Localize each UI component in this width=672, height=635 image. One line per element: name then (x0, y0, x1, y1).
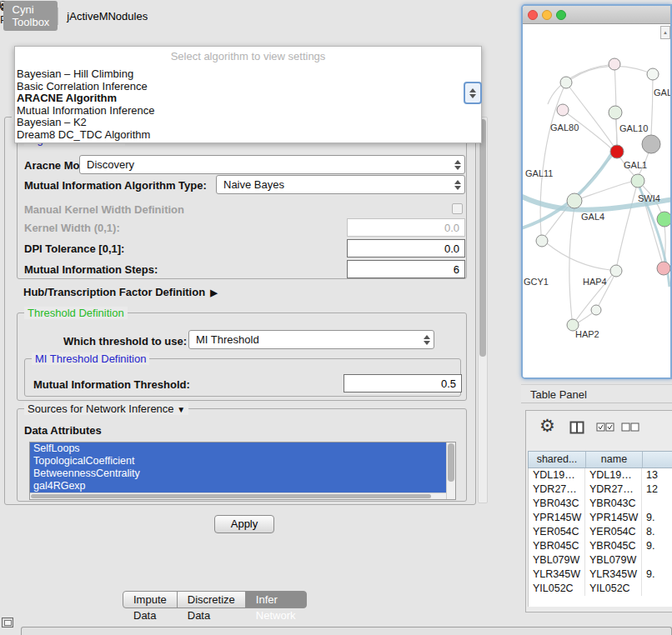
table-row[interactable]: YDL19…YDL19…13 (529, 468, 672, 482)
aracne-mode-select[interactable]: Discovery (79, 155, 465, 174)
apply-button[interactable]: Apply (214, 515, 274, 533)
algorithm-option[interactable]: Bayesian – K2 (15, 117, 481, 129)
bottom-tab-discretize-data[interactable]: Discretize Data (177, 591, 246, 608)
mac-close-button[interactable] (528, 10, 538, 20)
graph-edge[interactable] (547, 243, 610, 270)
table-row[interactable]: YPR145WYPR145W9. (529, 511, 672, 525)
expand-right-icon[interactable]: ▶ (210, 288, 217, 298)
cyni-algorithm-settings-group: Cyni Algorithm Settings Algorithm Defini… (4, 117, 476, 505)
algorithm-combobox[interactable] (1, 2, 3, 3)
table-row[interactable]: YBR043CYBR043C (529, 497, 672, 511)
network-graph: GAL80GAL10GAL11GAL1SWI4GAL4GCY1HAP4HAP2G… (523, 24, 670, 378)
attr-list-vscrollbar[interactable] (446, 442, 455, 499)
table-row[interactable]: YBL079WYBL079W (529, 553, 672, 568)
kernel-width-field[interactable] (347, 218, 465, 237)
graph-edge[interactable] (577, 313, 592, 323)
mi-threshold-group: MI Threshold Definition Mutual Informati… (24, 358, 461, 397)
columns-icon[interactable] (569, 420, 584, 438)
algorithm-option[interactable]: Bayesian – Hill Climbing (15, 68, 481, 81)
graph-node[interactable] (591, 305, 601, 315)
table-cell: YBL079W (529, 553, 585, 568)
threshold-definition-group: Threshold Definition Which threshold to … (17, 312, 467, 401)
graph-node[interactable] (657, 262, 670, 275)
table-row[interactable]: YBR045CYBR045C9. (529, 539, 672, 553)
bottom-tab-infer-network[interactable]: Infer Network (245, 591, 307, 608)
bottom-tab-impute-data[interactable]: Impute Data (123, 591, 178, 608)
mi-threshold-field[interactable] (344, 374, 462, 392)
attribute-item-selected[interactable]: gal4RGexp (30, 480, 446, 492)
tab-jactivemnodules[interactable]: jActiveMNodules (58, 8, 156, 25)
table-toolbar: ⚙ (526, 411, 672, 449)
column-header[interactable]: name (585, 452, 642, 468)
node-label: GCY1 (524, 277, 549, 287)
node-label: GAL4 (581, 212, 604, 222)
graph-edge[interactable] (617, 188, 636, 265)
table-row[interactable]: YDR27…YDR27…12 (529, 482, 672, 497)
select-all-checks-icon[interactable] (596, 422, 614, 435)
attr-items: SelfLoopsTopologicalCoefficientBetweenne… (30, 442, 455, 492)
graph-edge[interactable] (569, 208, 574, 319)
table-cell: YBL079W (585, 553, 642, 568)
graph-node[interactable] (610, 265, 622, 277)
manual-kernel-width-checkbox[interactable] (452, 203, 463, 214)
settings-scrollbar-thumb[interactable] (479, 119, 486, 357)
mac-minimize-button[interactable] (542, 10, 552, 20)
algorithm-option[interactable]: ARACNE Algorithm (15, 92, 481, 105)
column-header[interactable]: shared... (529, 452, 585, 468)
column-header[interactable] (642, 452, 672, 468)
algorithm-option[interactable]: Basic Correlation Inference (15, 81, 481, 93)
table-panel-title: Table Panel (530, 388, 587, 401)
algorithm-option[interactable]: Dream8 DC_TDC Algorithm (15, 129, 481, 142)
combo-arrows-icon (452, 178, 463, 192)
table-body: YDL19…YDL19…13YDR27…YDR27…12YBR043CYBR04… (528, 468, 672, 607)
graph-node[interactable] (609, 58, 620, 70)
graph-node[interactable] (567, 193, 582, 208)
graph-node[interactable] (536, 235, 548, 247)
graph-node[interactable] (557, 104, 569, 116)
table-cell (642, 582, 672, 596)
node-label: GAL1 (624, 160, 647, 170)
graph-node[interactable] (642, 135, 660, 153)
collapse-down-icon[interactable]: ▼ (177, 405, 185, 414)
algorithm-option[interactable]: Mutual Information Inference (15, 105, 481, 118)
which-threshold-select[interactable]: MI Threshold (188, 330, 434, 349)
bottom-panel-edge (21, 627, 672, 635)
restore-panel-icon[interactable] (2, 618, 13, 628)
sources-group: Sources for Network Inference ▼ Data Att… (17, 408, 467, 502)
graph-edge[interactable] (548, 64, 614, 104)
mac-zoom-button[interactable] (556, 10, 566, 20)
table-row[interactable]: YLR345WYLR345W9. (529, 568, 672, 582)
graph-edge[interactable] (566, 82, 614, 148)
gear-icon[interactable]: ⚙ (539, 416, 555, 436)
cyni-toolbox-panel: Cyni Algorithm Settings Algorithm Defini… (0, 1, 2, 2)
network-canvas[interactable]: GAL80GAL10GAL11GAL1SWI4GAL4GCY1HAP4HAP2G… (523, 24, 670, 378)
dpi-tolerance-field[interactable] (347, 239, 465, 258)
attribute-item-selected[interactable]: BetweennessCentrality (30, 468, 446, 480)
node-label: GAL80 (550, 122, 579, 132)
attr-list-hscrollbar[interactable] (30, 492, 446, 499)
algorithm-combobox-arrow-button[interactable] (464, 82, 482, 104)
graph-node[interactable] (610, 145, 624, 158)
mi-steps-field[interactable] (347, 260, 465, 278)
graph-node[interactable] (631, 174, 644, 188)
graph-node[interactable] (657, 212, 670, 227)
graph-node[interactable] (560, 77, 572, 88)
network-window-titlebar[interactable] (523, 6, 670, 24)
deselect-all-boxes-icon[interactable] (621, 422, 639, 435)
sources-group-title[interactable]: Sources for Network Inference ▼ (24, 402, 188, 415)
attribute-item-selected[interactable]: SelfLoops (30, 442, 446, 455)
graph-edge[interactable] (651, 74, 653, 136)
table-row[interactable]: YIL052CYIL052C (529, 582, 672, 596)
graph-node[interactable] (647, 68, 659, 80)
table-row[interactable]: YER054CYER054C8. (529, 525, 672, 539)
network-scrollbar-fragment[interactable]: ▲ (660, 26, 670, 39)
tab-cyni-toolbox[interactable]: Cyni Toolbox (3, 1, 58, 31)
settings-scrollbar[interactable] (478, 117, 488, 503)
hub-transcription-factor-section[interactable]: Hub/Transcription Factor Definition▶ (23, 286, 218, 298)
graph-node[interactable] (609, 106, 622, 119)
algorithm-definition-group: Algorithm Definition Aracne Mode: Discov… (17, 139, 467, 279)
mi-algorithm-type-select[interactable]: Naive Bayes (216, 175, 465, 194)
attribute-item-selected[interactable]: TopologicalCoefficient (30, 455, 446, 468)
node-label: GAL (654, 88, 670, 98)
data-attributes-list[interactable]: SelfLoopsTopologicalCoefficientBetweenne… (29, 442, 456, 500)
